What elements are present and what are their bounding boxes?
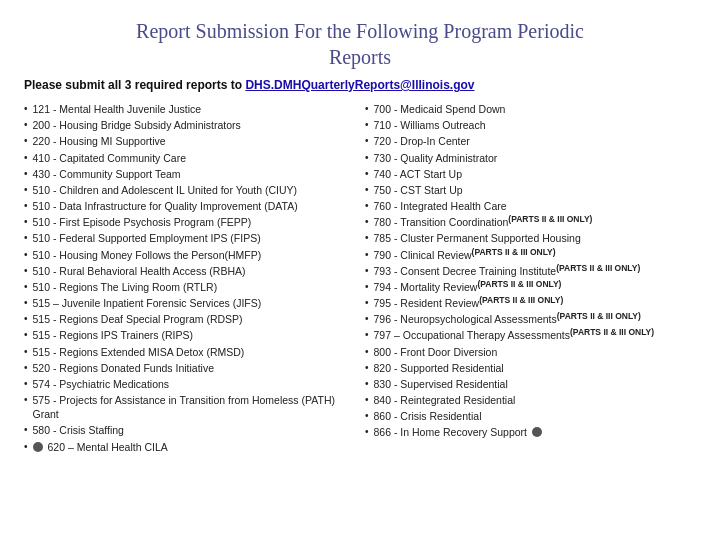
list-item: 750 - CST Start Up (365, 183, 696, 197)
list-item: 515 - Regions Extended MISA Detox (RMSD) (24, 345, 355, 359)
list-item: 800 - Front Door Diversion (365, 345, 696, 359)
content-columns: 121 - Mental Health Juvenile Justice200 … (24, 102, 696, 456)
note-text: (PARTS II & III ONLY) (570, 328, 654, 337)
list-item: 866 - In Home Recovery Support (365, 425, 696, 439)
page: Report Submission For the Following Prog… (0, 0, 720, 540)
list-item: 730 - Quality Administrator (365, 151, 696, 165)
list-item: 200 - Housing Bridge Subsidy Administrat… (24, 118, 355, 132)
list-item: 794 - Mortality Review(PARTS II & III ON… (365, 280, 696, 294)
list-item: 220 - Housing MI Supportive (24, 134, 355, 148)
list-item: 710 - Williams Outreach (365, 118, 696, 132)
list-item: 820 - Supported Residential (365, 361, 696, 375)
list-item: 700 - Medicaid Spend Down (365, 102, 696, 116)
bullet-icon (532, 427, 542, 437)
list-item: 510 - Regions The Living Room (RTLR) (24, 280, 355, 294)
list-item: 510 - Rural Behavioral Health Access (RB… (24, 264, 355, 278)
bullet-icon (33, 442, 43, 452)
email-link[interactable]: DHS.DMHQuarterlyReports@Illinois.gov (245, 78, 474, 92)
list-item: 860 - Crisis Residential (365, 409, 696, 423)
list-item: 121 - Mental Health Juvenile Justice (24, 102, 355, 116)
list-item: 430 - Community Support Team (24, 167, 355, 181)
list-item: 796 - Neuropsychological Assessments(PAR… (365, 312, 696, 326)
right-column: 700 - Medicaid Spend Down710 - Williams … (365, 102, 696, 456)
page-title: Report Submission For the Following Prog… (24, 18, 696, 70)
list-item: 510 - Federal Supported Employment IPS (… (24, 231, 355, 245)
list-item: 510 - Data Infrastructure for Quality Im… (24, 199, 355, 213)
list-item: 515 - Regions IPS Trainers (RIPS) (24, 328, 355, 342)
list-item: 793 - Consent Decree Training Institute(… (365, 264, 696, 278)
note-text: (PARTS II & III ONLY) (479, 296, 563, 305)
list-item: 575 - Projects for Assistance in Transit… (24, 393, 355, 421)
list-item: 720 - Drop-In Center (365, 134, 696, 148)
list-item: 510 - Housing Money Follows the Person(H… (24, 248, 355, 262)
list-item: 840 - Reintegrated Residential (365, 393, 696, 407)
list-item: 620 – Mental Health CILA (24, 440, 355, 454)
list-item: 510 - First Episode Psychosis Program (F… (24, 215, 355, 229)
left-list: 121 - Mental Health Juvenile Justice200 … (24, 102, 355, 454)
subtitle: Please submit all 3 required reports to … (24, 78, 696, 92)
list-item: 797 – Occupational Therapy Assessments(P… (365, 328, 696, 342)
list-item: 574 - Psychiatric Medications (24, 377, 355, 391)
right-list: 700 - Medicaid Spend Down710 - Williams … (365, 102, 696, 440)
list-item: 410 - Capitated Community Care (24, 151, 355, 165)
note-text: (PARTS II & III ONLY) (557, 312, 641, 321)
list-item: 785 - Cluster Permanent Supported Housin… (365, 231, 696, 245)
list-item: 510 - Children and Adolescent IL United … (24, 183, 355, 197)
list-item: 515 – Juvenile Inpatient Forensic Servic… (24, 296, 355, 310)
list-item: 790 - Clinical Review(PARTS II & III ONL… (365, 248, 696, 262)
list-item: 780 - Transition Coordination(PARTS II &… (365, 215, 696, 229)
note-text: (PARTS II & III ONLY) (556, 264, 640, 273)
note-text: (PARTS II & III ONLY) (472, 248, 556, 257)
note-text: (PARTS II & III ONLY) (477, 280, 561, 289)
list-item: 830 - Supervised Residential (365, 377, 696, 391)
list-item: 740 - ACT Start Up (365, 167, 696, 181)
note-text: (PARTS II & III ONLY) (508, 215, 592, 224)
list-item: 760 - Integrated Health Care (365, 199, 696, 213)
list-item: 515 - Regions Deaf Special Program (RDSP… (24, 312, 355, 326)
list-item: 795 - Resident Review(PARTS II & III ONL… (365, 296, 696, 310)
left-column: 121 - Mental Health Juvenile Justice200 … (24, 102, 365, 456)
list-item: 520 - Regions Donated Funds Initiative (24, 361, 355, 375)
list-item: 580 - Crisis Staffing (24, 423, 355, 437)
